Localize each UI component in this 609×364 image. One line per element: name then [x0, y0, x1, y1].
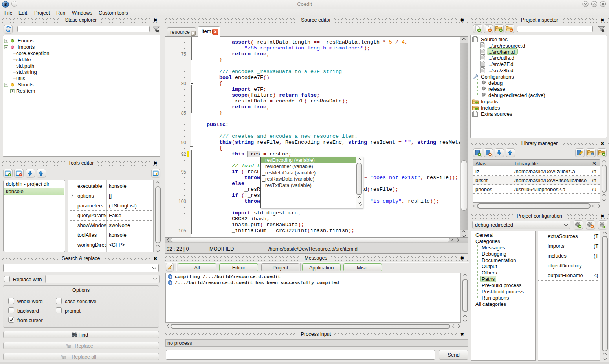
svg-text:a: a [68, 345, 70, 348]
svg-text:a: a [63, 356, 64, 359]
